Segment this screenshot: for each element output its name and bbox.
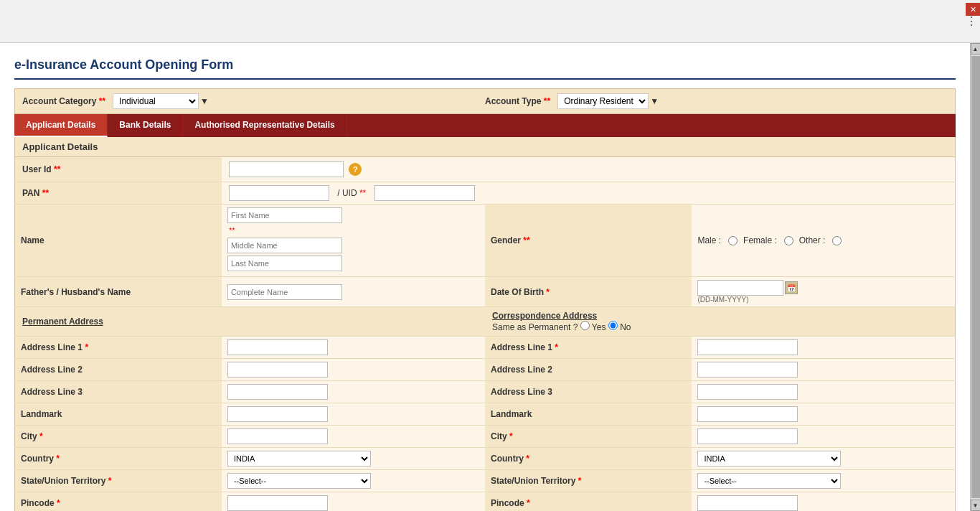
account-category-select[interactable]: Individual [113, 93, 199, 109]
perm-addr-line1-label: Address Line 1 * [21, 342, 88, 352]
uid-input[interactable] [374, 185, 475, 201]
same-as-permanent-yes[interactable] [580, 321, 590, 330]
perm-addr-line1-input[interactable] [227, 339, 328, 355]
corr-state-label: State/Union Territory * [491, 476, 581, 486]
corr-addr-line3-label: Address Line 3 [491, 387, 552, 397]
correspondence-address-heading[interactable]: Correspondence Address [492, 311, 597, 321]
dropdown-arrow-account-category: ▼ [200, 96, 209, 106]
gender-other-label: Other : [799, 235, 826, 245]
same-as-permanent-no[interactable] [608, 321, 618, 330]
dob-hint: (DD-MM-YYYY) [697, 296, 949, 304]
account-category-label: Account Category ** [22, 96, 105, 106]
uid-label: / UID ** [337, 188, 368, 198]
perm-addr-line2-label: Address Line 2 [21, 365, 83, 375]
account-type-select[interactable]: Ordinary Resident [557, 93, 649, 109]
first-name-input[interactable] [227, 207, 342, 223]
corr-addr-line1-label: Address Line 1 * [491, 342, 558, 352]
dob-label: Date Of Birth * [491, 287, 550, 297]
pan-label: PAN ** [22, 188, 49, 198]
corr-city-label: City * [491, 431, 513, 441]
corr-city-input[interactable] [697, 428, 798, 444]
perm-state-select[interactable]: --Select-- [227, 473, 371, 489]
perm-city-input[interactable] [227, 428, 328, 444]
user-id-label: User Id ** [22, 164, 60, 174]
no-label: No [620, 322, 631, 332]
dropdown-arrow-account-type: ▼ [650, 96, 659, 106]
applicant-details-section-title: Applicant Details [14, 137, 956, 157]
gender-other-radio[interactable] [832, 236, 842, 245]
perm-state-label: State/Union Territory * [21, 476, 111, 486]
complete-name-input[interactable] [227, 284, 342, 300]
tab-authorised-representative[interactable]: Authorised Representative Details [183, 114, 347, 137]
dob-input[interactable] [697, 280, 783, 296]
gender-male-label: Male : [697, 235, 721, 245]
gender-label: Gender ** [491, 235, 530, 245]
scroll-up-arrow[interactable]: ▲ [971, 43, 981, 55]
perm-pincode-input[interactable] [227, 495, 328, 511]
gender-male-radio[interactable] [728, 236, 738, 245]
corr-addr-line2-label: Address Line 2 [491, 365, 552, 375]
permanent-address-heading[interactable]: Permanent Address [22, 317, 103, 327]
perm-addr-line3-label: Address Line 3 [21, 387, 83, 397]
middle-name-input[interactable] [227, 238, 342, 253]
perm-pincode-label: Pincode * [21, 498, 60, 508]
yes-label: Yes [592, 322, 606, 332]
corr-state-select[interactable]: --Select-- [697, 473, 841, 489]
calendar-icon[interactable]: 📅 [785, 281, 798, 294]
page-title: e-Insurance Account Opening Form [14, 50, 956, 80]
account-type-label: Account Type ** [485, 96, 550, 106]
corr-pincode-label: Pincode * [491, 498, 530, 508]
perm-addr-line3-input[interactable] [227, 384, 328, 400]
scrollbar-thumb[interactable] [971, 56, 980, 498]
corr-country-select[interactable]: INDIA [697, 451, 841, 467]
perm-country-label: Country * [21, 454, 60, 464]
gender-female-label: Female : [743, 235, 777, 245]
scroll-down-arrow[interactable]: ▼ [971, 500, 981, 511]
corr-addr-line1-input[interactable] [697, 339, 798, 355]
gender-female-radio[interactable] [784, 236, 793, 245]
last-name-input[interactable] [227, 255, 342, 271]
menu-dots: ⋮ [966, 14, 977, 28]
tab-applicant-details[interactable]: Applicant Details [14, 114, 108, 137]
perm-landmark-label: Landmark [21, 409, 62, 419]
corr-landmark-input[interactable] [697, 406, 798, 422]
pan-input[interactable] [229, 185, 329, 201]
same-as-permanent-label: Same as Permanent ? [492, 322, 580, 332]
name-label: Name [21, 235, 44, 245]
user-id-input[interactable] [229, 161, 344, 177]
father-husband-label: Father's / Husband's Name [21, 287, 131, 297]
tab-bank-details[interactable]: Bank Details [108, 114, 183, 137]
corr-addr-line3-input[interactable] [697, 384, 798, 400]
corr-country-label: Country * [491, 454, 529, 464]
perm-addr-line2-input[interactable] [227, 362, 328, 378]
help-icon[interactable]: ? [349, 163, 362, 176]
corr-pincode-input[interactable] [697, 495, 798, 511]
corr-addr-line2-input[interactable] [697, 362, 798, 378]
corr-landmark-label: Landmark [491, 409, 532, 419]
perm-landmark-input[interactable] [227, 406, 328, 422]
perm-city-label: City * [21, 431, 43, 441]
scrollbar[interactable]: ▲ ▼ [970, 43, 980, 511]
perm-country-select[interactable]: INDIA [227, 451, 371, 467]
